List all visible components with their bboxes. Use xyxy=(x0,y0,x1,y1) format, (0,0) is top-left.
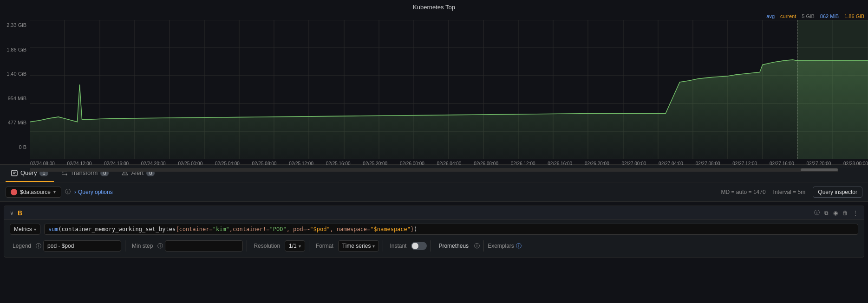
min-step-info-icon[interactable]: ⓘ xyxy=(157,242,163,250)
instant-toggle[interactable] xyxy=(411,242,427,250)
x-label-17: 02/27 04:00 xyxy=(659,161,683,166)
legend-header-current: current xyxy=(780,13,796,19)
metrics-label: Metrics xyxy=(14,226,32,232)
exemplars-info-icon[interactable]: ⓘ xyxy=(516,242,522,250)
x-label-10: 02/26 00:00 xyxy=(400,161,424,166)
x-label-11: 02/26 04:00 xyxy=(437,161,462,166)
scrollbar-thumb[interactable] xyxy=(801,168,838,171)
exemplars-label: Exemplars xyxy=(488,243,514,249)
y-label-3: 954 MiB xyxy=(4,96,26,101)
datasource-info-icon[interactable]: ⓘ xyxy=(65,188,71,196)
query-info-right: MD = auto = 1470 Interval = 5m Query ins… xyxy=(721,187,862,198)
expr-comma2: , pod=~ xyxy=(287,226,310,232)
expr-paren-open: ( xyxy=(58,226,61,232)
expr-val2: "POD" xyxy=(270,226,287,232)
resolution-select[interactable]: 1/1 ▾ xyxy=(285,240,305,251)
expr-labels: {container= xyxy=(176,226,212,232)
graph-svg xyxy=(30,20,868,159)
x-label-3: 02/24 20:00 xyxy=(141,161,166,166)
interval-info: Interval = 5m xyxy=(773,189,806,195)
query-more-icon[interactable]: ⋮ xyxy=(853,210,858,216)
expr-comma1: ,container!= xyxy=(229,226,270,232)
datasource-picker[interactable]: $datasource ▾ xyxy=(6,187,61,198)
datasource-icon xyxy=(11,189,17,195)
x-label-15: 02/26 20:00 xyxy=(585,161,609,166)
svg-marker-30 xyxy=(30,60,868,159)
x-label-16: 02/27 00:00 xyxy=(622,161,646,166)
datasource-label: $datasource xyxy=(20,189,51,195)
scrollbar-area[interactable] xyxy=(30,168,838,172)
options-row: Legend ⓘ Min step ⓘ Resolution 1/1 ▾ For… xyxy=(10,239,858,253)
format-label: Format xyxy=(313,243,336,249)
y-label-0: 2.33 GiB xyxy=(4,22,26,28)
expr-val3: "$pod" xyxy=(310,226,330,232)
y-axis: 2.33 GiB 1.86 GiB 1.40 GiB 954 MiB 477 M… xyxy=(0,20,30,159)
collapse-icon[interactable]: ∨ xyxy=(10,210,14,216)
x-label-13: 02/26 12:00 xyxy=(511,161,535,166)
resolution-label: Resolution xyxy=(251,243,283,249)
x-label-18: 02/27 08:00 xyxy=(696,161,720,166)
query-expression[interactable]: sum(container_memory_working_set_bytes{c… xyxy=(44,224,858,235)
instant-label: Instant xyxy=(387,243,409,249)
legend-avg-val: 862 MiB xyxy=(820,13,839,19)
datasource-chevron-icon: ▾ xyxy=(53,189,56,194)
expr-val4: "$namespace" xyxy=(370,226,411,232)
graph-canvas xyxy=(30,20,868,159)
divider-2 xyxy=(247,240,247,251)
query-trash-icon[interactable]: 🗑 xyxy=(842,210,848,216)
min-step-input[interactable] xyxy=(165,240,243,251)
legend-input[interactable] xyxy=(43,240,121,251)
x-label-8: 02/25 16:00 xyxy=(326,161,351,166)
divider-6 xyxy=(483,240,484,251)
query-copy-icon[interactable]: ⧉ xyxy=(824,210,829,216)
divider-1 xyxy=(125,240,125,251)
query-add-icon[interactable]: ⓘ xyxy=(814,209,820,217)
metrics-chevron-icon: ▾ xyxy=(34,227,36,232)
x-label-0: 02/24 08:00 xyxy=(30,161,55,166)
metrics-selector[interactable]: Metrics ▾ xyxy=(10,224,40,235)
legend-row: avg current 5 GiB 862 MiB 1.86 GiB xyxy=(0,13,868,20)
toggle-knob xyxy=(412,243,418,249)
divider-5 xyxy=(431,240,431,251)
metrics-row: Metrics ▾ sum(container_memory_working_s… xyxy=(10,224,858,235)
query-eye-icon[interactable]: ◉ xyxy=(833,210,838,216)
format-chevron-icon: ▾ xyxy=(372,244,375,249)
query-options-chevron-icon: › xyxy=(74,189,76,195)
svg-rect-33 xyxy=(12,170,17,176)
x-label-4: 02/25 00:00 xyxy=(178,161,202,166)
legend-col-val: 5 GiB xyxy=(802,13,815,19)
y-label-4: 477 MiB xyxy=(4,120,26,125)
query-options-link[interactable]: › Query options xyxy=(74,189,113,195)
query-header-actions: ⓘ ⧉ ◉ 🗑 ⋮ xyxy=(814,209,858,217)
prometheus-info-icon[interactable]: ⓘ xyxy=(474,242,480,250)
legend-label: Legend xyxy=(10,243,34,249)
divider-3 xyxy=(309,240,309,251)
x-axis: 02/24 08:00 02/24 12:00 02/24 16:00 02/2… xyxy=(0,159,868,168)
query-options-text: Query options xyxy=(78,189,113,195)
y-label-1: 1.86 GiB xyxy=(4,47,26,52)
format-select[interactable]: Time series ▾ xyxy=(338,240,379,251)
y-label-2: 1.40 GiB xyxy=(4,71,26,77)
expr-comma3: , namespace= xyxy=(330,226,371,232)
x-label-20: 02/27 16:00 xyxy=(770,161,794,166)
svg-rect-32 xyxy=(797,20,868,159)
query-inspector-button[interactable]: Query inspector xyxy=(813,187,862,198)
expr-metric: container_memory_working_set_bytes xyxy=(62,226,176,232)
x-label-1: 02/24 12:00 xyxy=(67,161,92,166)
legend-info-icon[interactable]: ⓘ xyxy=(36,242,41,250)
x-label-21: 02/27 20:00 xyxy=(806,161,831,166)
divider-4 xyxy=(383,240,383,251)
resolution-chevron-icon: ▾ xyxy=(299,244,301,249)
min-step-label: Min step xyxy=(129,243,156,249)
legend-current-val: 1.86 GiB xyxy=(844,13,864,19)
x-label-12: 02/26 08:00 xyxy=(474,161,498,166)
x-label-5: 02/25 04:00 xyxy=(215,161,240,166)
prometheus-label: Prometheus xyxy=(435,243,472,249)
query-header-b: ∨ B ⓘ ⧉ ◉ 🗑 ⋮ xyxy=(4,206,864,220)
chart-container: Kubernetes Top avg current 5 GiB 862 MiB… xyxy=(0,0,868,165)
x-label-6: 02/25 08:00 xyxy=(252,161,277,166)
x-label-9: 02/25 20:00 xyxy=(363,161,387,166)
chart-title: Kubernetes Top xyxy=(0,0,868,13)
x-label-7: 02/25 12:00 xyxy=(289,161,313,166)
query-icon xyxy=(11,170,18,176)
